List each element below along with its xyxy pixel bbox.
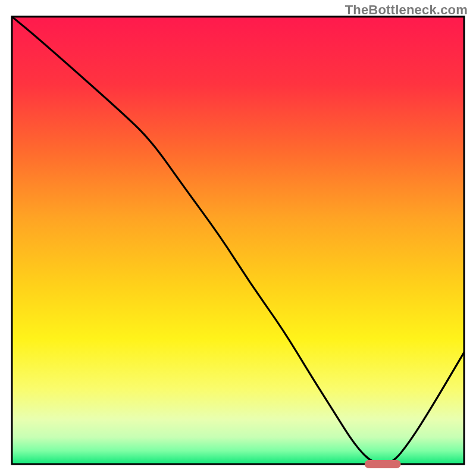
chart-svg — [0, 0, 476, 476]
chart-frame: TheBottleneck.com — [0, 0, 476, 476]
optimum-marker — [365, 460, 401, 468]
gradient-background — [12, 17, 464, 464]
